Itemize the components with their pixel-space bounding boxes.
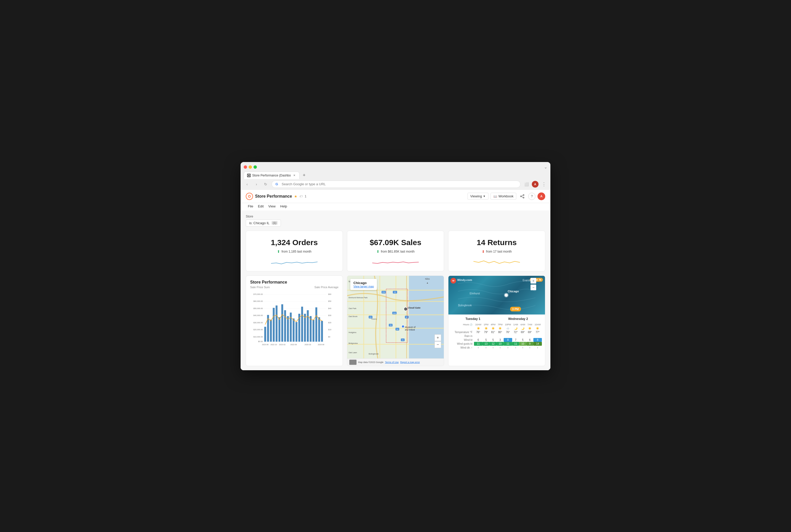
active-tab[interactable]: Store Performance (Dashboar... ✕	[244, 172, 299, 179]
viewing-button[interactable]: Viewing ▼	[467, 193, 489, 200]
file-menu[interactable]: File	[246, 204, 255, 209]
svg-text:290: 290	[393, 312, 396, 314]
wind-row-label: Wind kt	[452, 338, 474, 342]
icon-2: ☀️	[482, 326, 490, 330]
dir-8: ↑	[527, 346, 533, 349]
orders-value: 1,324 Orders	[271, 238, 318, 247]
svg-text:2020-06: 2020-06	[318, 344, 324, 345]
bottom-cards: Store Performance Sale Price Sum Sale Pr…	[246, 276, 545, 366]
svg-text:$30: $30	[328, 314, 331, 317]
temp-5: 76°	[504, 330, 512, 334]
tableau-logo-icon	[246, 193, 253, 200]
icon-7: 🌙	[519, 326, 526, 330]
cast-icon[interactable]: ⬜	[523, 181, 530, 188]
temp-1: 76°	[474, 330, 482, 334]
svg-text:$10: $10	[328, 328, 331, 331]
map-terms-link[interactable]: Terms of Use	[385, 361, 399, 363]
viewing-label: Viewing	[471, 194, 482, 198]
svg-text:2023-08: 2023-08	[262, 344, 269, 345]
icon-1: ☀️	[474, 326, 482, 330]
svg-text:▲: ▲	[426, 282, 428, 284]
new-tab-button[interactable]: +	[300, 172, 308, 179]
edit-menu[interactable]: Edit	[256, 204, 265, 209]
weather-day-2: Wednesday 2	[508, 317, 528, 321]
map-placeholder: Cloud Gate Museum of and Indust Niles El…	[347, 276, 444, 358]
workbook-button[interactable]: 📖 Workbook	[491, 193, 516, 200]
hour-1am: 1AM	[512, 323, 519, 326]
address-bar-actions: ⬜ A ⋮	[523, 181, 547, 188]
view-menu[interactable]: View	[266, 204, 277, 209]
minimize-button[interactable]	[249, 165, 252, 169]
svg-text:Oak Lawn: Oak Lawn	[349, 352, 357, 354]
svg-text:2020-03: 2020-03	[305, 344, 311, 345]
browser-user-avatar[interactable]: A	[532, 181, 538, 188]
returns-value: 14 Returns	[477, 238, 517, 247]
map-info-overlay: Chicago View larger map	[350, 279, 377, 290]
svg-point-71	[402, 325, 404, 328]
tab-close-button[interactable]: ✕	[293, 174, 296, 177]
gust-7: 10	[519, 342, 526, 346]
tab-favicon	[247, 174, 251, 177]
svg-text:Hodgkins: Hodgkins	[349, 331, 356, 334]
svg-text:$40: $40	[328, 307, 331, 309]
svg-text:83: 83	[369, 316, 371, 318]
app-title: Store Performance	[255, 194, 292, 199]
filter-tag[interactable]: is: Chicago IL (1)	[246, 220, 281, 227]
share-button[interactable]	[518, 192, 526, 200]
wind-dir-label: Wind dir. ↑	[452, 346, 474, 349]
rain-unit: in	[471, 335, 473, 338]
close-button[interactable]	[244, 165, 247, 169]
map-zoom-out-button[interactable]: −	[435, 341, 441, 348]
gust-6: 11	[512, 342, 519, 346]
map-copyright: Map data ©2023 Google	[358, 361, 383, 363]
app-logo-area: Store Performance ★ 🏷 1	[246, 193, 307, 200]
view-larger-map-link[interactable]: View larger map	[353, 285, 374, 288]
refresh-button[interactable]: ↻	[262, 181, 269, 188]
svg-rect-44	[307, 310, 309, 342]
temp-8: 69°	[527, 330, 533, 334]
icon-3: ☀️	[490, 326, 496, 330]
wind-4: 3	[497, 338, 504, 342]
temperature-row: Temperature °F 76° 79° 81° 80° 76° 72° 6…	[452, 330, 542, 334]
svg-point-67	[404, 307, 408, 311]
svg-text:$60,000.00: $60,000.00	[253, 300, 263, 302]
svg-text:$20,000.00: $20,000.00	[253, 328, 263, 331]
browser-window: ⌄ Store Performance (Dashboar... ✕ + ‹ ›…	[241, 162, 550, 370]
map-zoom-in-button[interactable]: +	[435, 335, 441, 341]
weather-table: Hours 🕐 10AM 1PM 4PM 7PM 10PM 1AM 4AM	[452, 323, 542, 349]
window-chevron-icon[interactable]: ⌄	[544, 165, 547, 170]
svg-text:Elmhurst Melrose Park: Elmhurst Melrose Park	[349, 297, 368, 299]
back-button[interactable]: ‹	[244, 181, 251, 188]
address-bar[interactable]: G Search Google or type a URL	[272, 180, 520, 188]
maximize-button[interactable]	[254, 165, 257, 169]
svg-text:$0.00: $0.00	[258, 340, 263, 343]
forward-button[interactable]: ›	[253, 181, 260, 188]
favorite-star-icon[interactable]: ★	[294, 194, 297, 198]
icon-4: ☀️	[497, 326, 504, 330]
svg-text:41: 41	[402, 339, 404, 341]
svg-rect-31	[270, 320, 272, 342]
returns-change-text: from 17 last month	[486, 250, 512, 253]
menu-icon[interactable]: ⋮	[540, 181, 547, 188]
filter-label: Store	[246, 215, 545, 218]
dir-6: ↑	[512, 346, 519, 349]
wind-6: 7	[512, 338, 519, 342]
svg-text:Niles: Niles	[425, 277, 429, 280]
user-avatar[interactable]: A	[537, 192, 545, 200]
wind-1: 6	[474, 338, 482, 342]
bar-chart-container: $70,000.00 $60,000.00 $50,000.00 $40,000…	[250, 291, 338, 348]
map-report-link[interactable]: Report a map error	[400, 361, 420, 363]
sales-change: ⬆ from $61.85K last month	[376, 249, 415, 253]
weather-day-1: Tuesday 1	[465, 317, 480, 321]
help-button[interactable]: ?	[528, 193, 535, 200]
icon-5: ☁️	[504, 326, 512, 330]
svg-text:$50,000.00: $50,000.00	[253, 307, 263, 309]
svg-rect-45	[310, 316, 312, 342]
sales-change-icon: ⬆	[376, 249, 380, 253]
hour-7am: 7AM	[527, 323, 533, 326]
chart-title: Store Performance	[250, 280, 338, 285]
help-menu[interactable]: Help	[278, 204, 289, 209]
dir-1: ↑	[474, 346, 482, 349]
hour-4pm: 4PM	[490, 323, 496, 326]
traffic-lights	[244, 165, 257, 169]
